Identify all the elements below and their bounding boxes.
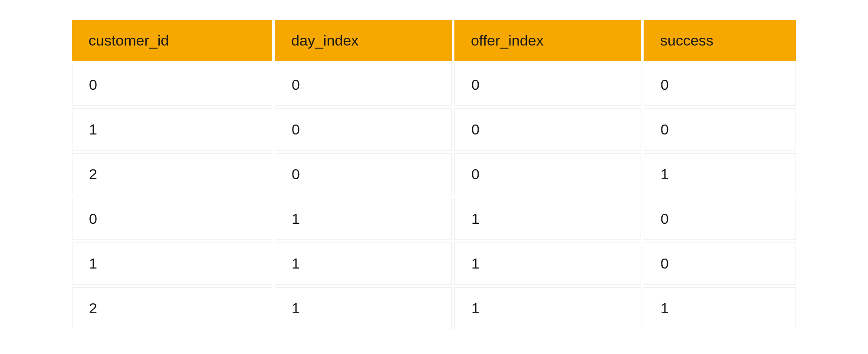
table-cell: 1 <box>72 243 272 285</box>
table-cell: 2 <box>72 287 272 329</box>
table-cell: 1 <box>454 243 641 285</box>
data-table: customer_id day_index offer_index succes… <box>69 17 799 332</box>
table-cell: 1 <box>275 287 452 329</box>
table-header-row: customer_id day_index offer_index succes… <box>72 20 796 61</box>
table-header-customer-id: customer_id <box>72 20 272 61</box>
table-row: 0 0 0 0 <box>72 64 796 106</box>
table-cell: 1 <box>275 243 452 285</box>
table-cell: 0 <box>72 64 272 106</box>
table-cell: 2 <box>72 153 272 195</box>
table-cell: 1 <box>275 198 452 240</box>
table-cell: 0 <box>275 153 452 195</box>
table-cell: 0 <box>644 198 796 240</box>
table-cell: 1 <box>72 108 272 151</box>
table-cell: 0 <box>454 153 641 195</box>
table-row: 0 1 1 0 <box>72 198 796 240</box>
table-cell: 0 <box>644 108 796 151</box>
table-row: 1 0 0 0 <box>72 108 796 151</box>
table-row: 2 1 1 1 <box>72 287 796 329</box>
table-row: 2 0 0 1 <box>72 153 796 195</box>
table-cell: 0 <box>72 198 272 240</box>
table-cell: 0 <box>275 108 452 151</box>
table-header-offer-index: offer_index <box>454 20 641 61</box>
table-cell: 0 <box>644 243 796 285</box>
table-cell: 0 <box>275 64 452 106</box>
table-cell: 1 <box>454 287 641 329</box>
table-cell: 0 <box>454 108 641 151</box>
table-cell: 0 <box>644 64 796 106</box>
table-cell: 1 <box>454 198 641 240</box>
table-header-day-index: day_index <box>275 20 452 61</box>
table-cell: 1 <box>644 287 796 329</box>
table-header-success: success <box>644 20 796 61</box>
table-row: 1 1 1 0 <box>72 243 796 285</box>
table-cell: 1 <box>644 153 796 195</box>
table-cell: 0 <box>454 64 641 106</box>
